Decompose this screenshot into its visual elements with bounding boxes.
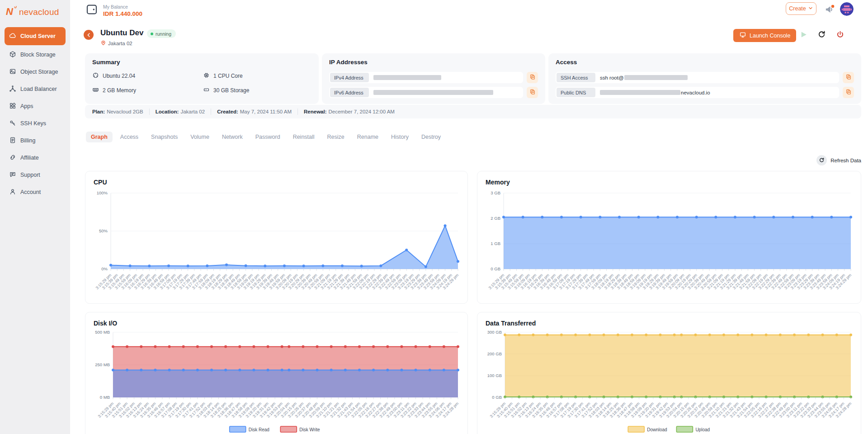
svg-text:300 GB: 300 GB xyxy=(487,330,502,335)
copy-button[interactable] xyxy=(843,72,854,83)
summary-item-label: 1 CPU Core xyxy=(213,73,243,79)
meta-renewal: Renewal:December 7, 2024 12:00 AM xyxy=(304,109,395,114)
svg-text:250 MB: 250 MB xyxy=(95,362,110,367)
field-label-chip: IPv6 Address xyxy=(330,88,369,97)
tab-history[interactable]: History xyxy=(386,132,414,142)
avatar[interactable] xyxy=(840,2,854,16)
field-label-chip: SSH Access xyxy=(557,73,595,82)
tab-graph[interactable]: Graph xyxy=(86,132,113,142)
ssh-access-field: SSH Accessssh root@ xyxy=(556,72,839,83)
svg-text:0 GB: 0 GB xyxy=(491,266,500,271)
cpu-chart-card: CPU 100%50%0%3:15:29 pm3:15:39 pm3:15:49… xyxy=(85,171,468,304)
divider xyxy=(211,108,211,115)
page: N nevacloud Cloud ServerBlock StorageObj… xyxy=(0,0,868,434)
copy-button[interactable] xyxy=(843,87,854,98)
sidebar-item-label: Block Storage xyxy=(20,52,56,58)
ipv4-field: IPv4 Address xyxy=(329,72,523,83)
reboot-server-icon[interactable] xyxy=(817,30,826,41)
tab-reinstall[interactable]: Reinstall xyxy=(288,132,320,142)
sidebar-item-object-storage[interactable]: Object Storage xyxy=(5,63,66,80)
memory-chart-title: Memory xyxy=(486,179,854,186)
public-dns-field: Public DNSnevacloud.io xyxy=(556,87,839,98)
sidebar-item-label: Apps xyxy=(20,103,33,109)
sidebar-item-label: Load Balancer xyxy=(20,86,57,92)
back-button[interactable] xyxy=(84,30,94,40)
sidebar-item-ssh-keys[interactable]: SSH Keys xyxy=(5,115,66,132)
public-dns-row: Public DNSnevacloud.io xyxy=(556,87,854,98)
tab-volume[interactable]: Volume xyxy=(185,132,214,142)
sidebar-item-billing[interactable]: Billing xyxy=(5,132,66,149)
copy-icon xyxy=(845,89,852,96)
tab-access[interactable]: Access xyxy=(115,132,143,142)
wallet-icon xyxy=(85,3,99,18)
server-location: Jakarta 02 xyxy=(100,40,132,47)
refresh-data-button[interactable]: Refresh Data xyxy=(816,155,861,165)
loadbal-icon xyxy=(9,85,16,94)
svg-text:0 MB: 0 MB xyxy=(100,395,110,400)
sidebar-nav: Cloud ServerBlock StorageObject StorageL… xyxy=(0,27,70,201)
data-chart-plot: 300 GB200 GB100 GB0 GB3:15:29 pm3:15:40 … xyxy=(484,330,854,434)
summary-item-label: Ubuntu 22.04 xyxy=(103,73,135,79)
tab-destroy[interactable]: Destroy xyxy=(416,132,446,142)
field-value: nevacloud.io xyxy=(600,90,710,95)
svg-text:50%: 50% xyxy=(99,228,108,233)
balance-label: My Balance xyxy=(103,4,142,9)
launch-console-label: Launch Console xyxy=(750,33,790,39)
refresh-data-label: Refresh Data xyxy=(830,158,861,163)
summary-item: Ubuntu 22.04 xyxy=(92,72,203,80)
server-meta-strip: Plan:Nevacloud 2GBLocation:Jakarta 02Cre… xyxy=(85,105,861,118)
access-title: Access xyxy=(556,59,854,66)
meta-plan: Plan:Nevacloud 2GB xyxy=(92,109,143,114)
sidebar-item-account[interactable]: Account xyxy=(5,184,66,201)
console-icon xyxy=(739,31,746,40)
start-server-icon[interactable] xyxy=(799,30,808,41)
tab-rename[interactable]: Rename xyxy=(352,132,383,142)
summary-item-label: 2 GB Memory xyxy=(103,87,136,94)
refresh-data-icon xyxy=(816,155,827,165)
create-button-label: Create xyxy=(789,5,806,12)
copy-button[interactable] xyxy=(527,72,538,83)
launch-console-button[interactable]: Launch Console xyxy=(733,29,796,42)
announcement-icon[interactable] xyxy=(824,4,835,17)
data-transferred-chart-title: Data Transferred xyxy=(486,320,854,327)
sidebar-item-label: Object Storage xyxy=(20,69,58,75)
copy-button[interactable] xyxy=(527,87,538,98)
nevacloud-logo[interactable]: N nevacloud xyxy=(0,0,70,19)
svg-text:2 GB: 2 GB xyxy=(491,216,500,221)
cpu-chart-title: CPU xyxy=(94,179,461,186)
svg-text:Disk Write: Disk Write xyxy=(299,427,320,432)
svg-text:200 GB: 200 GB xyxy=(487,351,502,356)
create-button[interactable]: Create xyxy=(786,2,816,15)
apps-icon xyxy=(9,102,16,111)
disk-io-chart-card: Disk I/O 500 MB250 MB0 MB3:15:29 pm3:15:… xyxy=(85,312,468,434)
sidebar: N nevacloud Cloud ServerBlock StorageObj… xyxy=(0,0,70,434)
sidebar-item-block-storage[interactable]: Block Storage xyxy=(5,46,66,63)
tab-resize[interactable]: Resize xyxy=(322,132,349,142)
redacted-value xyxy=(600,90,680,95)
power-icon[interactable] xyxy=(836,30,844,41)
disk-io-chart-title: Disk I/O xyxy=(94,320,461,327)
svg-text:0%: 0% xyxy=(101,266,108,271)
data-transferred-chart-card: Data Transferred 300 GB200 GB100 GB0 GB3… xyxy=(477,312,861,434)
sidebar-item-label: Support xyxy=(20,172,40,178)
sidebar-item-apps[interactable]: Apps xyxy=(5,98,66,115)
field-value: ssh root@ xyxy=(600,75,688,80)
tab-snapshots[interactable]: Snapshots xyxy=(146,132,183,142)
ip-addresses-card: IP Addresses IPv4 AddressIPv6 Address xyxy=(322,53,545,104)
sidebar-item-label: Cloud Server xyxy=(20,33,56,39)
support-icon xyxy=(9,171,16,179)
sidebar-item-label: Affiliate xyxy=(20,155,39,161)
sidebar-item-support[interactable]: Support xyxy=(5,166,66,184)
tab-network[interactable]: Network xyxy=(217,132,248,142)
field-value xyxy=(373,75,441,80)
objstore-icon xyxy=(9,68,16,76)
sidebar-item-cloud-server[interactable]: Cloud Server xyxy=(5,27,66,45)
sidebar-item-label: Billing xyxy=(20,137,35,144)
sidebar-item-affiliate[interactable]: Affiliate xyxy=(5,149,66,166)
meta-location: Location:Jakarta 02 xyxy=(156,109,205,114)
sidebar-item-load-balancer[interactable]: Load Balancer xyxy=(5,80,66,98)
svg-text:100 GB: 100 GB xyxy=(487,373,502,378)
svg-text:Disk Read: Disk Read xyxy=(249,427,269,432)
status-badge: running xyxy=(147,29,176,38)
tab-password[interactable]: Password xyxy=(250,132,285,142)
